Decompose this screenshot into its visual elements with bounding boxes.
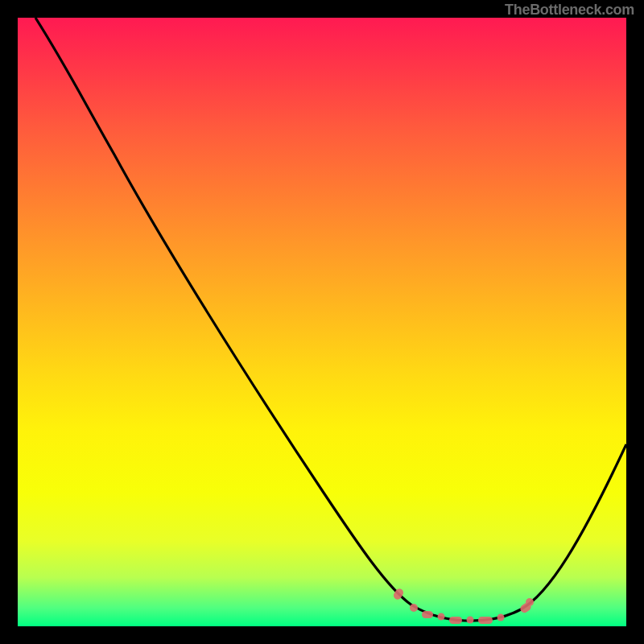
curve-svg: [18, 18, 626, 626]
bottleneck-curve: [35, 18, 626, 621]
svg-point-7: [497, 614, 505, 621]
plot-area: [18, 18, 626, 626]
minimum-region-dots: [392, 587, 534, 624]
svg-point-3: [438, 613, 445, 621]
watermark-text: TheBottleneck.com: [505, 2, 634, 19]
svg-rect-6: [478, 617, 493, 624]
chart-container: TheBottleneck.com: [0, 0, 644, 644]
svg-point-9: [526, 598, 534, 606]
svg-rect-4: [449, 617, 462, 624]
svg-point-5: [467, 617, 474, 624]
svg-rect-2: [422, 611, 433, 618]
svg-point-1: [410, 604, 418, 612]
